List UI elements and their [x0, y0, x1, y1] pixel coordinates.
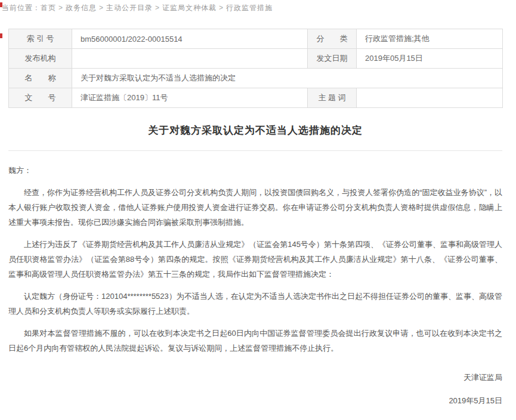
doc-number-value: 津证监措施〔2019〕11号	[72, 88, 308, 108]
issuing-agency-value	[72, 49, 308, 69]
table-row: 发布机构 发文日期 2019年05月15日	[9, 49, 503, 69]
breadcrumb-item-doc-genre[interactable]: 证监局文种体裁	[162, 4, 217, 12]
breadcrumb-item-home[interactable]: 首页	[41, 4, 56, 12]
issuing-agency-label: 发布机构	[9, 49, 72, 69]
body-paragraph: 如果对本监督管理措施不服的，可以在收到本决定书之日起60日内向中国证券监督管理委…	[8, 326, 502, 356]
breadcrumb: 当前位置：首页>政务信息>主动公开目录>证监局文种体裁>行政监管措施	[0, 0, 516, 13]
salutation: 魏方：	[8, 163, 502, 178]
doc-name-label: 名 称	[9, 69, 72, 88]
index-number-label: 索 引 号	[9, 29, 72, 49]
breadcrumb-separator: >	[99, 4, 104, 12]
document-metadata-table: 索 引 号 bm56000001/2022-00015514 分 类 行政监管措…	[8, 29, 503, 108]
document-body: 魏方： 经查，你作为证券经营机构工作人员及证券公司分支机构负责人期间，以投资国债…	[8, 163, 502, 420]
body-paragraph: 认定魏方（身份证号：120104********5523）为不适当人选，在认定为…	[8, 289, 502, 319]
table-row: 名 称 关于对魏方采取认定为不适当人选措施的决定	[9, 69, 503, 88]
signature-authority: 天津证监局	[8, 370, 502, 385]
breadcrumb-separator: >	[219, 4, 224, 12]
body-paragraph: 上述行为违反了《证券期货经营机构及其工作人员廉洁从业规定》（证监会第145号令）…	[8, 237, 502, 282]
page-edge-ornament-icon	[0, 33, 2, 38]
breadcrumb-separator: >	[155, 4, 160, 12]
breadcrumb-item-disclosure-catalog[interactable]: 主动公开目录	[106, 4, 153, 12]
breadcrumb-separator: >	[58, 4, 63, 12]
category-label: 分 类	[308, 29, 357, 49]
issue-date-label: 发文日期	[308, 49, 357, 69]
table-row: 索 引 号 bm56000001/2022-00015514 分 类 行政监管措…	[9, 29, 503, 49]
breadcrumb-item-gov-info[interactable]: 政务信息	[66, 4, 97, 12]
page-edge-ornament-icon	[0, 2, 2, 7]
category-value: 行政监管措施;其他	[357, 29, 503, 49]
doc-number-label: 文 号	[9, 88, 72, 108]
signature-date: 2019年5月15日	[8, 393, 502, 420]
subject-words-value	[357, 88, 503, 108]
breadcrumb-prefix: 当前位置：	[2, 4, 41, 12]
page-title: 关于对魏方采取认定为不适当人选措施的决定	[8, 123, 502, 137]
index-number-value: bm56000001/2022-00015514	[72, 29, 308, 49]
table-row: 文 号 津证监措施〔2019〕11号 主 题 词	[9, 88, 503, 108]
subject-words-label: 主 题 词	[308, 88, 357, 108]
signature-block: 天津证监局 2019年5月15日	[8, 370, 502, 420]
main-content: 索 引 号 bm56000001/2022-00015514 分 类 行政监管措…	[8, 29, 502, 420]
body-paragraph: 经查，你作为证券经营机构工作人员及证券公司分支机构负责人期间，以投资国债回购名义…	[8, 185, 502, 230]
breadcrumb-item-regulatory-measures[interactable]: 行政监管措施	[226, 4, 273, 12]
title-divider	[8, 150, 502, 151]
doc-name-value: 关于对魏方采取认定为不适当人选措施的决定	[72, 69, 503, 88]
issue-date-value: 2019年05月15日	[357, 49, 503, 69]
